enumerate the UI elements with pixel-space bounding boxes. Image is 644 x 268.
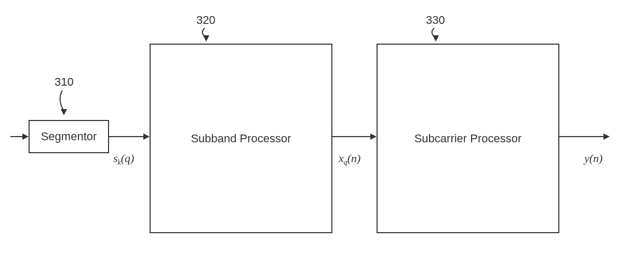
arrow-output	[559, 136, 603, 137]
signal-skq-arg: (q)	[121, 152, 135, 165]
signal-xqn-prefix: x	[339, 152, 344, 165]
svg-marker-0	[61, 109, 67, 115]
svg-marker-1	[203, 35, 209, 42]
svg-marker-2	[433, 35, 439, 42]
arrow-input-head	[22, 133, 29, 140]
pointer-subcarrier	[428, 27, 444, 44]
subband-processor-block: Subband Processor	[150, 44, 332, 233]
subcarrier-processor-label: Subcarrier Processor	[414, 132, 522, 145]
ref-label-subband: 320	[196, 14, 216, 27]
subcarrier-processor-block: Subcarrier Processor	[377, 44, 559, 233]
arrow-segmentor-to-subband	[109, 136, 143, 137]
signal-xqn-sub: q	[344, 158, 347, 166]
signal-yn-arg: (n)	[589, 152, 603, 165]
signal-skq-prefix: s	[113, 152, 118, 165]
ref-label-segmentor: 310	[55, 75, 74, 89]
ref-label-subcarrier: 330	[426, 14, 445, 27]
arrow-subband-to-subcarrier	[332, 136, 370, 137]
signal-label-yn: y(n)	[584, 152, 602, 167]
segmentor-label: Segmentor	[41, 130, 97, 143]
signal-label-skq: sk(q)	[113, 152, 134, 167]
signal-yn-prefix: y	[584, 152, 589, 165]
arrow-output-head	[603, 133, 610, 140]
segmentor-block: Segmentor	[29, 120, 109, 153]
signal-xqn-arg: (n)	[347, 152, 361, 165]
arrow-subband-to-subcarrier-head	[370, 133, 377, 140]
arrow-input	[10, 136, 23, 137]
pointer-segmentor	[56, 89, 72, 119]
pointer-subband	[198, 27, 214, 44]
subband-processor-label: Subband Processor	[191, 132, 291, 145]
signal-label-xqn: xq(n)	[339, 152, 360, 167]
arrow-segmentor-to-subband-head	[143, 133, 150, 140]
